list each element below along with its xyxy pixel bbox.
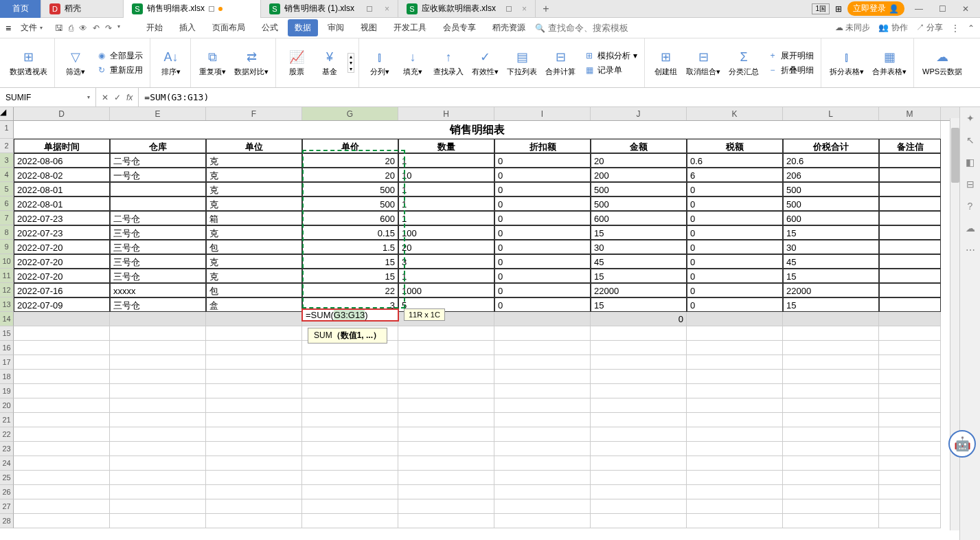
- cell[interactable]: 15: [783, 269, 879, 283]
- cell[interactable]: 6: [687, 168, 783, 182]
- cell[interactable]: [494, 341, 591, 355]
- cell[interactable]: [302, 413, 398, 427]
- chevron-down-icon[interactable]: ▾: [87, 94, 90, 100]
- cell[interactable]: 15: [591, 297, 687, 312]
- merge-table-button[interactable]: ▦合并表格▾: [869, 47, 909, 78]
- cell[interactable]: [687, 442, 783, 456]
- cells-area[interactable]: 1销售明细表2单据时间仓库单位单价数量折扣额金额税额价税合计备注信32022-0…: [0, 121, 959, 528]
- cell[interactable]: [398, 442, 494, 456]
- row-header-15[interactable]: 15: [0, 326, 14, 341]
- cell[interactable]: 2022-08-01: [14, 182, 110, 196]
- cell[interactable]: 箱: [206, 211, 302, 225]
- cell[interactable]: [206, 398, 302, 413]
- sync-status[interactable]: ☁ 未同步: [835, 22, 870, 34]
- menu-review[interactable]: 审阅: [321, 19, 351, 36]
- cell[interactable]: [494, 499, 591, 514]
- row-header-20[interactable]: 20: [0, 398, 14, 413]
- cell[interactable]: [110, 182, 206, 196]
- cell[interactable]: 2022-07-09: [14, 297, 110, 312]
- cell[interactable]: 一号仓: [110, 168, 206, 182]
- cell[interactable]: 三号仓: [110, 297, 206, 312]
- cell[interactable]: [110, 499, 206, 514]
- row-header-22[interactable]: 22: [0, 427, 14, 442]
- cell[interactable]: [783, 398, 879, 413]
- consolidate-button[interactable]: ⊟合并计算: [543, 47, 578, 78]
- cell[interactable]: [14, 514, 110, 528]
- cell[interactable]: [302, 442, 398, 456]
- cell[interactable]: 20.6: [783, 153, 879, 168]
- cell[interactable]: [494, 413, 591, 427]
- row-header-23[interactable]: 23: [0, 442, 14, 456]
- col-header-K[interactable]: K: [687, 107, 783, 120]
- cell[interactable]: 45: [591, 254, 687, 269]
- cell[interactable]: [879, 211, 941, 225]
- cell[interactable]: 45: [783, 254, 879, 269]
- cell[interactable]: [783, 384, 879, 398]
- col-header-I[interactable]: I: [494, 107, 591, 120]
- cell[interactable]: [206, 471, 302, 485]
- cell[interactable]: [783, 485, 879, 499]
- cell[interactable]: 22000: [783, 283, 879, 297]
- cell[interactable]: [398, 499, 494, 514]
- coop-button[interactable]: 👥 协作: [878, 22, 907, 34]
- cell[interactable]: [591, 355, 687, 370]
- cell[interactable]: [783, 355, 879, 370]
- col-header-J[interactable]: J: [591, 107, 687, 120]
- cell[interactable]: [879, 312, 941, 326]
- cell[interactable]: 单价: [302, 139, 398, 153]
- cell[interactable]: [783, 499, 879, 514]
- cell[interactable]: 0: [687, 297, 783, 312]
- cell[interactable]: [494, 398, 591, 413]
- cell[interactable]: [879, 427, 941, 442]
- cell[interactable]: [879, 514, 941, 528]
- save-icon[interactable]: 🖫: [55, 23, 63, 33]
- cell[interactable]: [398, 355, 494, 370]
- cell[interactable]: [687, 427, 783, 442]
- cell[interactable]: 0: [687, 254, 783, 269]
- cell[interactable]: 0: [687, 211, 783, 225]
- cell[interactable]: 1: [398, 211, 494, 225]
- cell[interactable]: [879, 153, 941, 168]
- cell[interactable]: [879, 370, 941, 384]
- row-header-1[interactable]: 1: [0, 121, 14, 139]
- cell[interactable]: [687, 326, 783, 341]
- cell[interactable]: [591, 341, 687, 355]
- cell[interactable]: [687, 413, 783, 427]
- filter-button[interactable]: ▽筛选▾: [60, 47, 91, 78]
- cell[interactable]: 0: [591, 312, 687, 326]
- cell[interactable]: 三号仓: [110, 269, 206, 283]
- cell[interactable]: [879, 182, 941, 196]
- cell[interactable]: 15: [783, 225, 879, 240]
- duplicate-button[interactable]: ⧉重复项▾: [196, 47, 229, 78]
- cell[interactable]: [110, 456, 206, 471]
- compare-button[interactable]: ⇄数据对比▾: [231, 47, 271, 78]
- cell[interactable]: 0: [687, 240, 783, 254]
- cell[interactable]: [110, 471, 206, 485]
- cell[interactable]: 15: [302, 269, 398, 283]
- cell[interactable]: [687, 341, 783, 355]
- menu-insert[interactable]: 插入: [172, 19, 203, 36]
- col-header-D[interactable]: D: [14, 107, 110, 120]
- cell[interactable]: [783, 442, 879, 456]
- col-header-L[interactable]: L: [783, 107, 879, 120]
- stock-button[interactable]: 📈股票: [282, 47, 312, 78]
- row-header-9[interactable]: 9: [0, 240, 14, 254]
- cell[interactable]: [398, 341, 494, 355]
- cell[interactable]: [110, 427, 206, 442]
- new-tab-button[interactable]: +: [536, 3, 556, 15]
- row-header-11[interactable]: 11: [0, 269, 14, 283]
- cell[interactable]: 2022-07-20: [14, 240, 110, 254]
- col-header-H[interactable]: H: [398, 107, 494, 120]
- print-icon[interactable]: ⎙: [69, 23, 73, 33]
- row-header-25[interactable]: 25: [0, 471, 14, 485]
- col-header-G[interactable]: G: [302, 107, 398, 120]
- menu-view[interactable]: 视图: [354, 19, 384, 36]
- cell[interactable]: [494, 326, 591, 341]
- cell[interactable]: [494, 312, 591, 326]
- cell[interactable]: 1: [398, 196, 494, 211]
- cell[interactable]: [398, 456, 494, 471]
- cell[interactable]: [14, 456, 110, 471]
- cell[interactable]: [687, 370, 783, 384]
- cell[interactable]: 22: [302, 283, 398, 297]
- cell[interactable]: [110, 442, 206, 456]
